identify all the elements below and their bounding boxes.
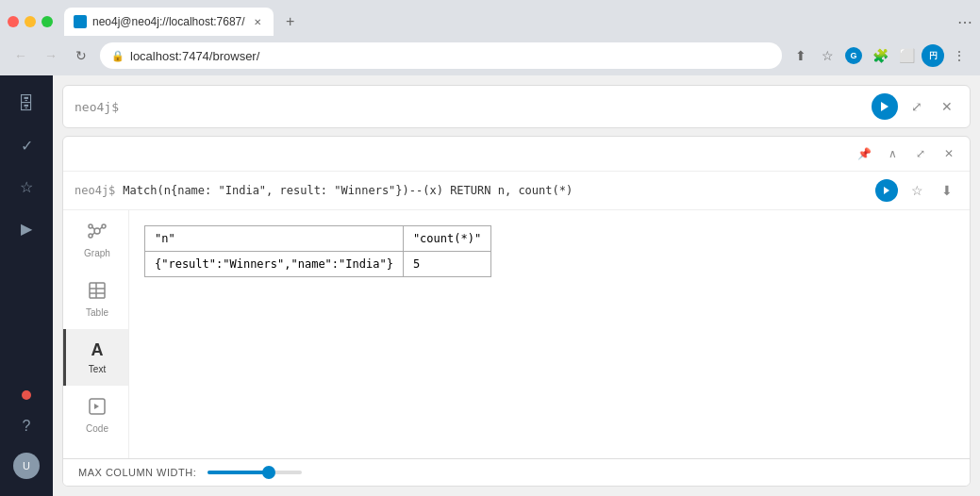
svg-point-5 bbox=[89, 234, 92, 238]
share-icon[interactable]: ⬆ bbox=[789, 44, 812, 67]
address-bar: ← → ↻ 🔒 localhost:7474/browser/ ⬆ ☆ G 🧩 … bbox=[0, 36, 980, 75]
result-panel: 📌 ∧ ⤢ ✕ neo4j$ Match(n{name: "India", re… bbox=[62, 136, 971, 487]
expand-result-icon[interactable]: ⤢ bbox=[909, 142, 932, 165]
svg-marker-0 bbox=[881, 102, 889, 111]
address-text: localhost:7474/browser/ bbox=[130, 49, 259, 63]
browser-tab[interactable]: neo4j@neo4j://localhost:7687/ ✕ bbox=[64, 8, 274, 36]
table-row: {"result":"Winners","name":"India"} 5 bbox=[145, 252, 491, 277]
svg-line-7 bbox=[100, 227, 102, 229]
tab-bar: neo4j@neo4j://localhost:7687/ ✕ + ⋯ bbox=[0, 0, 980, 36]
forward-button[interactable]: → bbox=[40, 44, 62, 67]
sidebar-bottom: ? U bbox=[8, 390, 45, 487]
tab-title: neo4j@neo4j://localhost:7687/ bbox=[92, 15, 245, 28]
svg-marker-1 bbox=[884, 187, 889, 194]
tab-more-button[interactable]: ⋯ bbox=[957, 13, 972, 31]
result-body: Graph Table bbox=[63, 210, 970, 458]
data-table: "n" "count(*)" {"result":"Winners","name… bbox=[144, 225, 491, 277]
svg-point-2 bbox=[94, 228, 100, 234]
query-prompt: neo4j$ bbox=[75, 100, 119, 114]
table-header-n: "n" bbox=[145, 226, 404, 252]
svg-point-3 bbox=[89, 224, 92, 228]
tab-text[interactable]: A Text bbox=[63, 329, 128, 386]
bottom-bar: MAX COLUMN WIDTH: bbox=[63, 458, 970, 486]
svg-line-6 bbox=[92, 227, 94, 229]
tab-table[interactable]: Table bbox=[63, 270, 128, 329]
result-toolbar: 📌 ∧ ⤢ ✕ bbox=[63, 137, 970, 172]
maximize-button[interactable] bbox=[42, 16, 53, 27]
slider-thumb[interactable] bbox=[262, 466, 275, 479]
minimize-button[interactable] bbox=[25, 16, 36, 27]
query-bar: neo4j$ ⤢ ✕ bbox=[62, 85, 971, 128]
lock-icon: 🔒 bbox=[111, 50, 125, 62]
text-icon: A bbox=[91, 340, 104, 360]
graph-icon bbox=[88, 222, 107, 244]
table-content: "n" "count(*)" {"result":"Winners","name… bbox=[129, 210, 970, 458]
query-display-bar: neo4j$ Match(n{name: "India", result: "W… bbox=[63, 172, 970, 210]
notification-dot bbox=[22, 390, 31, 400]
close-result-icon[interactable]: ✕ bbox=[938, 142, 960, 165]
split-view-icon[interactable]: ⬜ bbox=[895, 44, 918, 67]
back-button[interactable]: ← bbox=[9, 44, 32, 67]
new-tab-button[interactable]: + bbox=[277, 8, 304, 35]
extensions-icon[interactable]: 🧩 bbox=[869, 44, 891, 67]
menu-icon[interactable]: ⋮ bbox=[948, 44, 971, 67]
max-column-width-label: MAX COLUMN WIDTH: bbox=[78, 467, 196, 478]
star-query-icon[interactable]: ☆ bbox=[905, 179, 928, 202]
query-display-text: Match(n{name: "India", result: "Winners"… bbox=[123, 184, 868, 197]
code-icon bbox=[88, 397, 107, 420]
sidebar-help-icon[interactable]: ? bbox=[8, 407, 45, 445]
profile-icon[interactable]: 円 bbox=[922, 44, 944, 67]
table-header-row: "n" "count(*)" bbox=[145, 226, 491, 252]
table-icon bbox=[88, 281, 107, 304]
sidebar-check-icon[interactable]: ✓ bbox=[8, 126, 45, 164]
download-icon[interactable]: ⬇ bbox=[936, 179, 958, 202]
run-button[interactable] bbox=[872, 93, 898, 120]
grammarly-icon[interactable]: G bbox=[842, 44, 865, 67]
tab-favicon bbox=[74, 15, 87, 28]
reload-button[interactable]: ↻ bbox=[70, 44, 92, 67]
svg-point-4 bbox=[102, 224, 106, 228]
address-input[interactable]: 🔒 localhost:7474/browser/ bbox=[100, 42, 782, 69]
tab-code[interactable]: Code bbox=[63, 386, 128, 445]
pin-icon[interactable]: 📌 bbox=[853, 142, 875, 165]
expand-icon[interactable]: ⤢ bbox=[905, 95, 928, 118]
tab-graph-label: Graph bbox=[84, 248, 110, 258]
window-controls bbox=[8, 16, 53, 27]
svg-rect-9 bbox=[90, 283, 105, 298]
user-avatar[interactable]: U bbox=[13, 453, 40, 479]
close-query-icon[interactable]: ✕ bbox=[936, 95, 958, 118]
tab-table-label: Table bbox=[86, 307, 108, 318]
slider-track bbox=[208, 471, 302, 474]
query-display-prompt: neo4j$ bbox=[75, 184, 115, 197]
sidebar-database-icon[interactable]: 🗄 bbox=[8, 85, 45, 123]
table-header-count: "count(*)" bbox=[403, 226, 490, 252]
browser-chrome: neo4j@neo4j://localhost:7687/ ✕ + ⋯ ← → … bbox=[0, 0, 980, 75]
tab-text-label: Text bbox=[89, 364, 106, 374]
main-content: neo4j$ ⤢ ✕ 📌 ∧ ⤢ ✕ neo4j$ Match(n{name: … bbox=[53, 75, 980, 496]
sidebar-play-icon[interactable]: ▶ bbox=[8, 209, 45, 247]
tab-close-button[interactable]: ✕ bbox=[251, 15, 264, 28]
side-tabs: Graph Table bbox=[63, 210, 129, 458]
close-button[interactable] bbox=[8, 16, 19, 27]
tab-graph[interactable]: Graph bbox=[63, 210, 128, 270]
app-container: 🗄 ✓ ☆ ▶ ? U neo4j$ bbox=[0, 75, 980, 496]
table-cell-count: 5 bbox=[403, 252, 490, 277]
query-input[interactable] bbox=[126, 100, 864, 114]
svg-line-8 bbox=[92, 233, 94, 235]
collapse-icon[interactable]: ∧ bbox=[881, 142, 904, 165]
sidebar-star-icon[interactable]: ☆ bbox=[8, 168, 45, 206]
run-query-button[interactable] bbox=[875, 179, 898, 202]
browser-toolbar: ⬆ ☆ G 🧩 ⬜ 円 ⋮ bbox=[789, 44, 971, 67]
bookmark-icon[interactable]: ☆ bbox=[816, 44, 839, 67]
table-cell-n: {"result":"Winners","name":"India"} bbox=[145, 252, 404, 277]
svg-marker-14 bbox=[94, 404, 99, 409]
tab-code-label: Code bbox=[86, 423, 108, 434]
sidebar: 🗄 ✓ ☆ ▶ ? U bbox=[0, 75, 53, 496]
slider-container[interactable] bbox=[208, 471, 302, 474]
